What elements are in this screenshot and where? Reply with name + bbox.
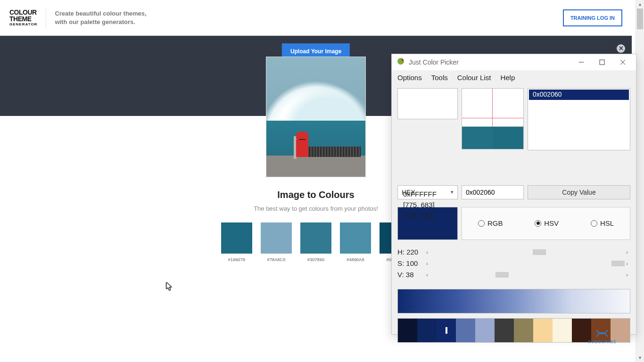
swatch-3[interactable]: #4890A8 <box>340 222 371 262</box>
history-swatch[interactable] <box>417 319 437 342</box>
svg-point-1 <box>401 59 404 62</box>
top-bar: COLOUR THEME GENERATOR Create beautiful … <box>0 0 632 36</box>
swatch-0[interactable]: #186078 <box>221 222 252 262</box>
tagline: Create beautiful colour themes, with our… <box>55 9 146 26</box>
tagline-line2: with our palette generators. <box>55 18 146 26</box>
color-picker-window: Just Color Picker Options Tools Colour L… <box>391 54 636 335</box>
slider-s[interactable]: S: 100 ‹› <box>397 258 630 269</box>
hsv-sliders: H: 220 ‹› S: 100 ‹› V: 38 ‹› <box>392 240 636 280</box>
zoom-crosshair <box>462 88 524 127</box>
slider-v-label: V: 38 <box>397 271 424 279</box>
swatch-color-1 <box>261 222 292 254</box>
login-button[interactable]: TRAINING LOG IN <box>563 9 622 26</box>
swatch-color-0 <box>221 222 252 254</box>
swatch-hex-1: #78A8C0 <box>261 257 292 262</box>
swatch-hex-3: #4890A8 <box>340 257 371 262</box>
slider-h[interactable]: H: 220 ‹› <box>397 247 630 258</box>
arrow-right-icon[interactable]: › <box>624 272 630 278</box>
info-coords1: [775, 683] <box>403 200 642 211</box>
swatch-hex-2: #307890 <box>300 257 331 262</box>
zoom-preview <box>462 88 524 150</box>
brand-line2: THEME <box>9 16 37 23</box>
svg-point-2 <box>402 59 403 60</box>
scroll-down-icon[interactable]: ▾ <box>636 354 644 362</box>
history-swatch[interactable] <box>495 319 514 342</box>
app-icon <box>396 57 405 67</box>
browser-scrollbar[interactable]: ▴ ▾ <box>636 0 644 362</box>
close-button[interactable] <box>612 55 633 69</box>
zoom-quadrants <box>462 127 524 149</box>
menu-tools[interactable]: Tools <box>431 74 448 82</box>
history-swatch[interactable] <box>553 319 572 342</box>
brand-line1: COLOUR <box>9 9 37 16</box>
brand-line3: GENERATOR <box>9 23 37 26</box>
menu-help[interactable]: Help <box>500 74 515 82</box>
history-swatch[interactable] <box>398 319 417 342</box>
brand-area: COLOUR THEME GENERATOR Create beautiful … <box>9 8 147 28</box>
zoom-q-bl <box>462 127 493 149</box>
swatch-color-3 <box>340 222 371 254</box>
slider-v-thumb[interactable] <box>495 272 509 278</box>
swatch-color-2 <box>300 222 331 254</box>
arrow-right-icon[interactable]: › <box>624 249 630 255</box>
picker-info-text: 0xFFFFFF [775, 683] |128, 293| <box>397 189 642 221</box>
gradient-bar[interactable] <box>397 289 630 313</box>
svg-rect-4 <box>600 60 604 65</box>
subscribe-label: SUBSCRIBE <box>588 339 617 344</box>
menu-bar: Options Tools Colour List Help <box>392 70 636 84</box>
uploaded-image <box>266 57 366 177</box>
brand-logo: COLOUR THEME GENERATOR <box>9 9 37 27</box>
slider-h-thumb[interactable] <box>533 249 546 255</box>
swatch-hex-0: #186078 <box>221 257 252 262</box>
brand-separator <box>46 8 46 28</box>
slider-s-label: S: 100 <box>397 259 424 267</box>
close-icon[interactable]: ✕ <box>617 44 625 53</box>
swatch-2[interactable]: #307890 <box>300 222 331 262</box>
arrow-left-icon[interactable]: ‹ <box>424 261 430 266</box>
minimize-button[interactable] <box>571 55 592 69</box>
arrow-left-icon[interactable]: ‹ <box>424 272 430 278</box>
window-titlebar[interactable]: Just Color Picker <box>392 54 636 70</box>
history-swatch[interactable] <box>533 319 553 342</box>
history-swatch[interactable] <box>475 319 495 342</box>
current-color-preview <box>397 88 458 119</box>
tagline-line1: Create beautiful colour themes, <box>55 9 146 18</box>
menu-colour-list[interactable]: Colour List <box>457 74 491 82</box>
slider-s-thumb[interactable] <box>611 261 625 266</box>
history-swatch[interactable] <box>456 319 475 342</box>
subscribe-badge[interactable]: SUBSCRIBE <box>588 329 617 344</box>
history-swatch[interactable] <box>437 319 456 342</box>
scroll-thumb[interactable] <box>637 8 643 29</box>
arrow-right-icon[interactable]: › <box>624 261 630 266</box>
mouse-cursor-icon <box>166 282 173 291</box>
maximize-button[interactable] <box>592 55 612 69</box>
colour-list-selected[interactable]: 0x002060 <box>529 90 629 100</box>
scroll-up-icon[interactable]: ▴ <box>636 0 644 8</box>
dna-icon <box>595 329 609 337</box>
slider-v[interactable]: V: 38 ‹› <box>397 269 630 280</box>
colour-list-panel[interactable]: 0x002060 <box>528 88 630 150</box>
window-title: Just Color Picker <box>409 58 571 66</box>
arrow-left-icon[interactable]: ‹ <box>424 249 430 255</box>
zoom-q-br <box>493 127 523 149</box>
menu-options[interactable]: Options <box>397 74 422 82</box>
swatch-1[interactable]: #78A8C0 <box>261 222 292 262</box>
info-hex: 0xFFFFFF <box>403 189 642 200</box>
history-swatch[interactable] <box>514 319 533 342</box>
slider-h-label: H: 220 <box>397 248 424 256</box>
info-coords2: |128, 293| <box>403 210 642 221</box>
